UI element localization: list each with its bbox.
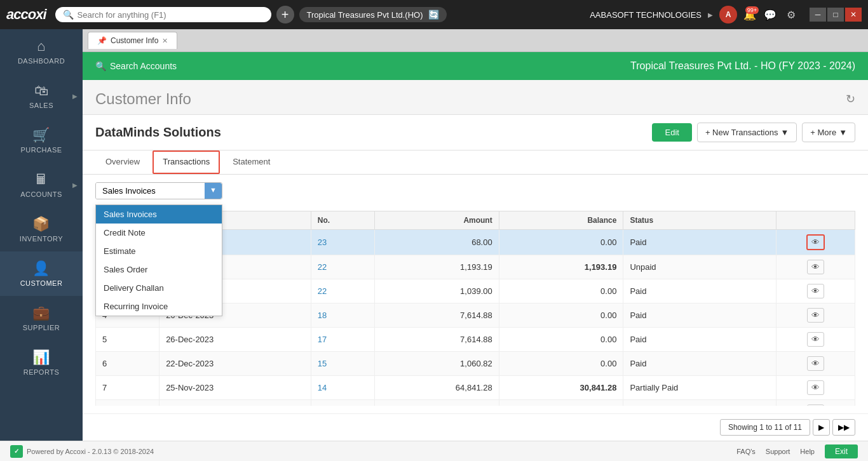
table-row-action[interactable]: 👁: [776, 255, 855, 279]
dropdown-option-sales-invoices[interactable]: Sales Invoices: [96, 205, 222, 224]
table-row-action[interactable]: 👁: [776, 352, 855, 376]
table-row-balance: 30,841.28: [499, 376, 623, 400]
new-transactions-label: + New Transactions: [705, 128, 778, 137]
pagination-last[interactable]: ▶▶: [832, 419, 855, 436]
customer-info-tab[interactable]: 📌 Customer Info ✕: [88, 32, 177, 49]
notification-icon[interactable]: 🔔 99+: [743, 9, 756, 21]
sidebar-item-customer[interactable]: 👤 CUSTOMER: [0, 251, 83, 296]
table-row-action[interactable]: 👁: [776, 279, 855, 304]
table-row-status: Paid: [623, 230, 776, 255]
search-input[interactable]: [78, 10, 264, 20]
page-content: Customer Info ↻ DataMinds Solutions Edit…: [83, 80, 868, 441]
sidebar-item-sales[interactable]: 🛍 SALES ▶: [0, 74, 83, 118]
table-row-amount: 1,039.00: [375, 279, 499, 304]
search-bar[interactable]: 🔍: [55, 7, 271, 22]
view-button[interactable]: 👁: [807, 380, 824, 395]
customer-header: DataMinds Solutions Edit + New Transacti…: [83, 115, 868, 150]
settings-icon[interactable]: ⚙: [784, 6, 798, 23]
table-row-status: Paid: [623, 400, 776, 406]
company-selector[interactable]: Tropical Treasures Pvt Ltd.(HO) 🔄: [299, 7, 447, 22]
dropdown-option-sales-order[interactable]: Sales Order: [96, 260, 222, 279]
supplier-icon: 💼: [32, 305, 50, 321]
sidebar-label-accounts: ACCOUNTS: [20, 190, 62, 198]
pagination-info: Showing 1 to 11 of 11: [720, 419, 810, 436]
pagination-next[interactable]: ▶: [813, 419, 830, 436]
table-row-action[interactable]: 👁: [776, 230, 855, 255]
edit-button[interactable]: Edit: [652, 123, 691, 142]
avatar: A: [719, 6, 737, 23]
maximize-button[interactable]: □: [827, 8, 844, 22]
col-inv-no: No.: [311, 211, 374, 230]
dropdown-option-delivery-challan[interactable]: Delivery Challan: [96, 279, 222, 297]
table-row-action[interactable]: 👁: [776, 328, 855, 352]
topbar-right: AABASOFT TECHNOLOGIES ▶ A 🔔 99+ 💬 ⚙ ─ □ …: [590, 6, 862, 23]
app-logo: accoxi: [6, 6, 46, 23]
message-icon[interactable]: 💬: [761, 6, 779, 23]
tab-statement[interactable]: Statement: [222, 150, 280, 174]
sidebar-item-inventory[interactable]: 📦 INVENTORY: [0, 207, 83, 251]
table-row-inv: 17: [311, 328, 374, 352]
view-button[interactable]: 👁: [806, 234, 825, 250]
page-refresh-button[interactable]: ↻: [846, 92, 855, 106]
transaction-type-dropdown[interactable]: Sales Invoices ▼ Sales Invoices Credit N…: [95, 182, 855, 204]
table-row-action[interactable]: 👁: [776, 304, 855, 328]
exit-button[interactable]: Exit: [825, 444, 858, 458]
inventory-icon: 📦: [32, 216, 50, 232]
tab-close-icon[interactable]: ✕: [162, 37, 168, 45]
view-button[interactable]: 👁: [807, 356, 824, 371]
table-row-amount: 1,193.19: [375, 255, 499, 279]
dropdown-option-estimate[interactable]: Estimate: [96, 242, 222, 260]
pagination-bar: Showing 1 to 11 of 11 ▶ ▶▶: [83, 413, 868, 441]
table-row-balance: 1,193.19: [499, 255, 623, 279]
dropdown-option-credit-note[interactable]: Credit Note: [96, 224, 222, 242]
refresh-icon: 🔄: [428, 10, 439, 20]
table-row-no: 8: [96, 400, 159, 406]
footer-logo-icon: ✓: [10, 445, 23, 458]
dropdown-trigger-wrap[interactable]: Sales Invoices ▼: [95, 182, 222, 199]
view-button[interactable]: 👁: [807, 404, 824, 406]
table-row-date: 22-Dec-2023: [159, 352, 311, 376]
tab-overview[interactable]: Overview: [95, 150, 150, 174]
sidebar-label-customer: CUSTOMER: [20, 279, 63, 287]
company-header-title: Tropical Treasures Pvt Ltd. - HO (FY 202…: [630, 60, 855, 72]
table-row-inv: 22: [311, 255, 374, 279]
minimize-button[interactable]: ─: [810, 8, 826, 22]
dropdown-arrow-icon[interactable]: ▼: [205, 183, 222, 199]
tab-pin-icon: 📌: [97, 36, 107, 45]
footer-faq[interactable]: FAQ's: [736, 448, 756, 455]
table-row-status: Paid: [623, 279, 776, 304]
close-button[interactable]: ✕: [845, 8, 862, 22]
sales-icon: 🛍: [34, 83, 49, 99]
tab-bar: 📌 Customer Info ✕: [83, 29, 868, 52]
table-area: Sales Invoices ▼ Sales Invoices Credit N…: [83, 175, 868, 413]
header-actions: Edit + New Transactions ▼ + More ▼: [652, 123, 855, 142]
tab-label: Customer Info: [111, 36, 158, 45]
footer-help[interactable]: Help: [800, 448, 815, 455]
dropdown-option-recurring-invoice[interactable]: Recurring Invoice: [96, 297, 222, 316]
sales-arrow: ▶: [72, 93, 78, 100]
table-row-balance: 0.00: [499, 328, 623, 352]
add-button[interactable]: +: [276, 6, 294, 23]
view-button[interactable]: 👁: [807, 308, 824, 323]
table-row-action[interactable]: 👁: [776, 376, 855, 400]
sidebar-item-dashboard[interactable]: ⌂ DASHBOARD: [0, 29, 83, 74]
search-accounts-btn[interactable]: 🔍 Search Accounts: [95, 61, 177, 71]
tab-transactions[interactable]: Transactions: [153, 150, 220, 174]
sidebar-item-purchase[interactable]: 🛒 PURCHASE: [0, 118, 83, 163]
new-transactions-button[interactable]: + New Transactions ▼: [697, 123, 797, 142]
more-button[interactable]: + More ▼: [802, 123, 855, 142]
view-button[interactable]: 👁: [807, 332, 824, 347]
sidebar-item-reports[interactable]: 📊 REPORTS: [0, 340, 83, 385]
company-name: Tropical Treasures Pvt Ltd.(HO): [307, 10, 423, 20]
search-icon: 🔍: [63, 10, 74, 20]
view-button[interactable]: 👁: [807, 284, 824, 298]
view-button[interactable]: 👁: [807, 260, 824, 274]
sidebar-item-accounts[interactable]: 🖩 ACCOUNTS ▶: [0, 163, 83, 207]
table-row-balance: 0.00: [499, 400, 623, 406]
table-row-balance: 0.00: [499, 279, 623, 304]
sidebar-item-supplier[interactable]: 💼 SUPPLIER: [0, 296, 83, 340]
table-row-action[interactable]: 👁: [776, 400, 855, 406]
footer-support[interactable]: Support: [766, 448, 790, 455]
table-row-inv: 15: [311, 352, 374, 376]
main-layout: ⌂ DASHBOARD 🛍 SALES ▶ 🛒 PURCHASE 🖩 ACCOU…: [0, 29, 868, 441]
